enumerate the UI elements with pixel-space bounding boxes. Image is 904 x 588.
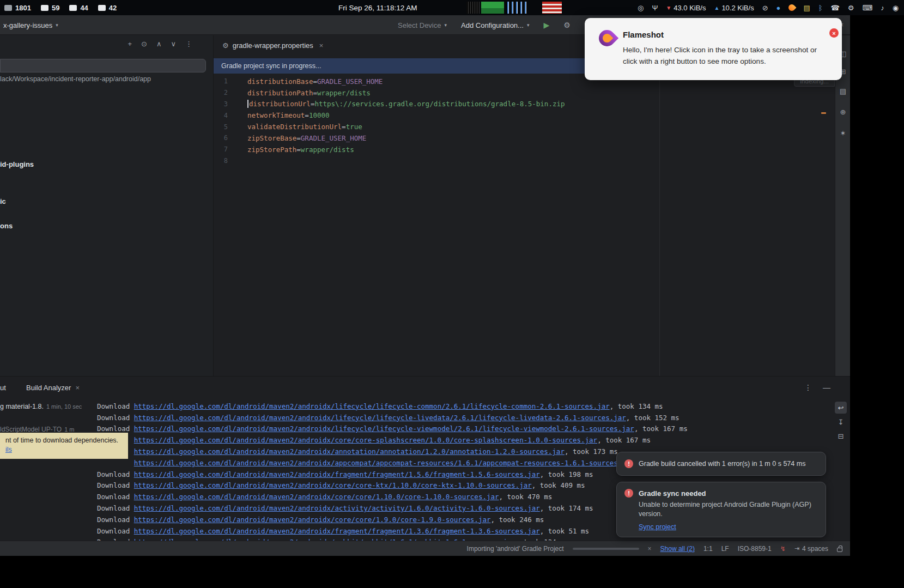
token: distributionPath bbox=[247, 89, 313, 97]
power-icon[interactable]: ◉ bbox=[893, 4, 899, 11]
gradle-build-cancelled-balloon[interactable]: ! Gradle build cancelled with 1 error(s)… bbox=[616, 452, 826, 476]
bluetooth-icon[interactable]: ᛒ bbox=[818, 4, 823, 11]
tree-item[interactable]: ic bbox=[0, 197, 6, 205]
code-text: zipStoreBase=GRADLE_USER_HOME bbox=[247, 134, 366, 142]
code-text: zipStorePath=wrapper/dists bbox=[247, 146, 354, 154]
sync-widget-icon[interactable]: ↯ bbox=[780, 545, 786, 553]
keyboard-icon[interactable]: ⌨ bbox=[862, 4, 872, 11]
log-url-link[interactable]: https://dl.google.com/dl/android/maven2/… bbox=[134, 481, 532, 489]
collapse-all-icon[interactable]: ∨ bbox=[171, 40, 176, 48]
token: zipStoreBase bbox=[247, 134, 296, 142]
log-url-link[interactable]: https://dl.google.com/dl/android/maven2/… bbox=[134, 414, 626, 422]
margin-guide bbox=[659, 74, 660, 376]
clipboard-icon[interactable]: ▤ bbox=[803, 4, 810, 11]
project-selector[interactable]: x-gallery-issues ▾ bbox=[3, 15, 58, 35]
tooltip-details-link[interactable]: ils bbox=[5, 446, 12, 453]
log-url-link[interactable]: https://dl.google.com/dl/android/maven2/… bbox=[134, 447, 565, 456]
bottom-tab-bar: ut Build Analyzer × bbox=[0, 377, 850, 398]
tab-gradle-wrapper-properties[interactable]: ⚙ gradle-wrapper.properties × bbox=[214, 35, 330, 55]
expand-all-icon[interactable]: ∧ bbox=[156, 40, 162, 48]
tab-build-analyzer[interactable]: Build Analyzer × bbox=[26, 384, 80, 392]
drop-icon[interactable]: ● bbox=[776, 4, 781, 11]
close-notification-button[interactable]: × bbox=[829, 28, 839, 38]
log-duration: , took 409 ms bbox=[532, 481, 585, 489]
encoding-indicator[interactable]: ISO-8859-1 bbox=[738, 545, 772, 553]
more-icon[interactable]: ⋮ bbox=[185, 40, 192, 48]
token: validateDistributionUrl bbox=[247, 123, 342, 131]
ai-assistant-icon[interactable]: ✶ bbox=[835, 129, 851, 137]
show-all-processes-link[interactable]: Show all (2) bbox=[660, 545, 695, 553]
caret-position[interactable]: 1:1 bbox=[703, 545, 713, 553]
blocked-icon[interactable]: ⊘ bbox=[762, 4, 768, 11]
flameshot-notification: Flameshot Hello, I'm here! Click icon in… bbox=[585, 18, 842, 80]
log-url-link[interactable]: https://dl.google.com/dl/android/maven2/… bbox=[134, 425, 634, 433]
memory-graph bbox=[481, 2, 504, 14]
log-url-link[interactable]: https://dl.google.com/dl/android/maven2/… bbox=[134, 470, 540, 478]
tab-build-output[interactable]: ut bbox=[0, 384, 10, 392]
sync-project-link[interactable]: Sync project bbox=[639, 523, 676, 531]
token: = bbox=[342, 123, 346, 131]
indent-indicator[interactable]: ⇥ 4 spaces bbox=[794, 545, 828, 553]
line-ending-indicator[interactable]: LF bbox=[721, 545, 729, 553]
tree-item[interactable]: id-plugins bbox=[0, 160, 34, 168]
log-url-link[interactable]: https://dl.google.com/dl/android/maven2/… bbox=[134, 459, 634, 467]
log-url-link[interactable]: https://dl.google.com/dl/android/maven2/… bbox=[134, 527, 540, 535]
profiler-icon[interactable]: ⚙ bbox=[563, 21, 571, 29]
balloon-title: Gradle sync needed bbox=[639, 489, 706, 498]
cancel-progress-button[interactable]: × bbox=[648, 545, 652, 553]
token: https\://services.gradle.org/distributio… bbox=[314, 100, 565, 108]
run-button[interactable]: ▶ bbox=[543, 21, 549, 29]
target-icon[interactable]: ◎ bbox=[638, 4, 644, 11]
code-line[interactable]: 8 bbox=[214, 155, 835, 167]
line-number: 3 bbox=[214, 100, 228, 108]
code-line[interactable]: 6zipStoreBase=GRADLE_USER_HOME bbox=[214, 132, 835, 144]
log-prefix: Download bbox=[97, 516, 130, 524]
line-number: 8 bbox=[214, 157, 228, 165]
log-url-link[interactable]: https://dl.google.com/dl/android/maven2/… bbox=[134, 516, 491, 524]
run-configuration-selector[interactable]: Add Configuration... ▾ bbox=[461, 21, 529, 29]
usb-icon[interactable]: Ψ bbox=[652, 4, 658, 11]
code-line[interactable]: 5validateDistributionUrl=true bbox=[214, 121, 835, 132]
device-selector[interactable]: Select Device ▾ bbox=[398, 21, 447, 29]
scroll-to-end-icon[interactable]: ↧ bbox=[835, 416, 847, 428]
problems-icon[interactable]: ⊕ bbox=[835, 108, 851, 116]
log-url-link[interactable]: https://dl.google.com/dl/android/maven2/… bbox=[134, 504, 540, 512]
phone-icon[interactable]: ☎ bbox=[831, 4, 840, 11]
gear-icon[interactable]: ⚙ bbox=[848, 4, 854, 11]
locate-icon[interactable]: ⊙ bbox=[141, 40, 147, 48]
layers-icon[interactable]: ▤ bbox=[835, 87, 851, 95]
error-stripe-mark[interactable] bbox=[821, 112, 826, 114]
code-line[interactable]: 3distributionUrl=https\://services.gradl… bbox=[214, 99, 835, 110]
log-duration: , took 167 ms bbox=[634, 425, 688, 433]
token: = bbox=[305, 111, 309, 119]
log-url-link[interactable]: https://dl.google.com/dl/android/maven2/… bbox=[134, 402, 610, 410]
volume-icon[interactable]: ♪ bbox=[881, 4, 884, 11]
log-duration: , took 134 ms bbox=[610, 402, 663, 410]
flameshot-tray-icon[interactable] bbox=[787, 3, 797, 13]
more-options-icon[interactable]: ⋮ bbox=[804, 383, 812, 392]
code-line[interactable]: 2distributionPath=wrapper/dists bbox=[214, 87, 835, 99]
module-value: 44 bbox=[80, 4, 88, 12]
clear-all-icon[interactable]: ⊟ bbox=[835, 430, 847, 442]
hide-panel-icon[interactable]: — bbox=[823, 383, 830, 392]
close-tab-icon[interactable]: × bbox=[75, 384, 80, 392]
add-icon[interactable]: + bbox=[128, 40, 132, 48]
line-number: 1 bbox=[214, 77, 228, 85]
tray-icons: ⊘●▤ᛒ☎⚙⌨♪◉ bbox=[762, 4, 899, 11]
log-duration: , took 167 ms bbox=[597, 436, 651, 444]
soft-wrap-icon[interactable]: ↩ bbox=[835, 402, 847, 414]
token: networkTimeout bbox=[247, 111, 305, 119]
close-tab-icon[interactable]: × bbox=[319, 41, 324, 50]
write-access-lock-icon[interactable] bbox=[837, 548, 842, 552]
gradle-sync-needed-balloon[interactable]: ! Gradle sync needed Unable to determine… bbox=[616, 482, 826, 537]
code-line[interactable]: 7zipStorePath=wrapper/dists bbox=[214, 144, 835, 155]
tree-item[interactable]: ons bbox=[0, 222, 13, 230]
log-url-link[interactable]: https://dl.google.com/dl/android/maven2/… bbox=[134, 436, 597, 444]
upload-arrow-icon: ▲ bbox=[714, 5, 719, 11]
left-panel-field[interactable] bbox=[0, 59, 206, 72]
log-url-link[interactable]: https://dl.google.com/dl/android/maven2/… bbox=[134, 493, 499, 501]
code-lines: 1distributionBase=GRADLE_USER_HOME2distr… bbox=[214, 76, 835, 166]
line-number: 5 bbox=[214, 123, 228, 131]
module-value: 42 bbox=[109, 4, 117, 12]
code-line[interactable]: 4networkTimeout=10000 bbox=[214, 110, 835, 121]
